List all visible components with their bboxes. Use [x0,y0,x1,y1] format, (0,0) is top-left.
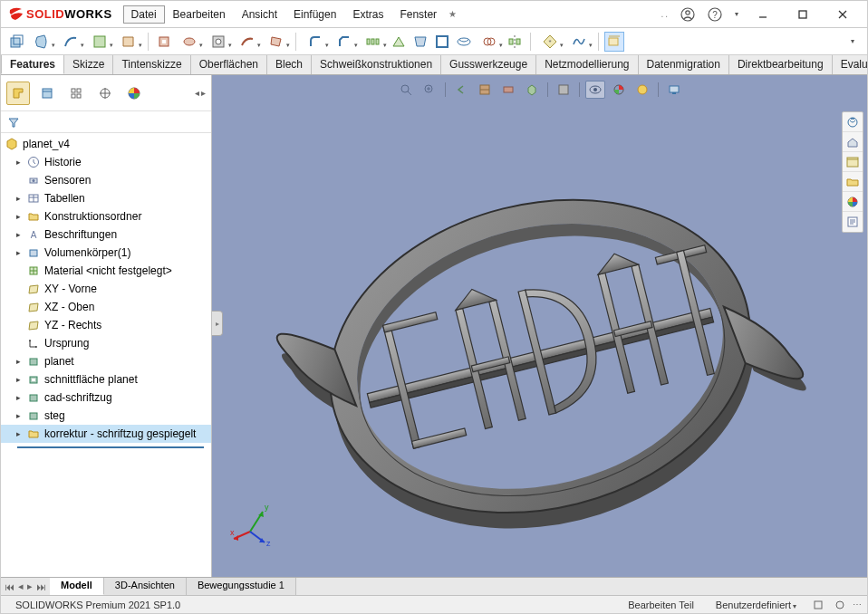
bottom-tab-3dansichten[interactable]: 3D-Ansichten [104,578,187,595]
reference-geometry-icon[interactable]: *▾ [536,32,564,52]
tree-plane-xz[interactable]: ▸XZ - Oben [1,298,211,316]
sweep-boss-icon[interactable]: ▾ [57,32,84,52]
taskpane-fileexplorer-icon[interactable] [843,152,863,172]
mirror-icon[interactable] [505,32,525,52]
taskpane-viewpalette-icon[interactable] [843,172,863,192]
tree-feature-steg[interactable]: ▸steg [1,407,211,425]
view-triad[interactable]: x y z [228,495,283,550]
bottom-tab-bewegungsstudie[interactable]: Bewegungsstudie 1 [187,578,296,595]
menu-window[interactable]: Fenster [391,5,445,24]
tab-schweiss[interactable]: Schweißkonstruktionen [312,55,441,74]
hide-show-icon[interactable] [585,81,605,99]
tab-datenmigration[interactable]: Datenmigration [639,55,729,74]
tree-beschriftungen[interactable]: ▸ABeschriftungen [1,225,211,244]
previous-view-icon[interactable] [451,81,471,99]
panel-tab-configurationmanager-icon[interactable] [64,82,88,105]
tab-nav-first-icon[interactable]: ⏮ [5,581,14,592]
bottom-tab-modell[interactable]: Modell [50,578,104,595]
panel-nav-right-icon[interactable]: ▸ [201,88,206,98]
tab-blech[interactable]: Blech [267,55,312,74]
tree-feature-schnittflaeche[interactable]: ▸schnittfläche planet [1,370,211,389]
viewport-3d[interactable]: ▸ [212,75,867,595]
taskpane-designlib-icon[interactable] [843,132,863,152]
extrude-boss-icon[interactable] [6,32,26,52]
tree-konstruktionsordner[interactable]: ▸Konstruktionsordner [1,207,211,225]
extrude-cut-icon[interactable] [154,32,174,52]
tree-ursprung[interactable]: ▸Ursprung [1,334,211,352]
panel-tab-dimxpert-icon[interactable] [93,82,117,105]
tab-nav-next-icon[interactable]: ▸ [27,580,33,592]
tab-netzmodellierung[interactable]: Netzmodellierung [536,55,638,74]
tab-evaluieren[interactable]: Evaluieren [833,55,868,74]
curves-icon[interactable]: ▾ [565,32,593,52]
zoom-area-icon[interactable] [420,81,439,99]
tree-feature-cadschriftzug[interactable]: ▸cad-schriftzug [1,389,211,407]
menu-insert[interactable]: Einfügen [285,5,344,24]
boundary-boss-icon[interactable]: ▾ [115,32,142,52]
linear-pattern-icon[interactable]: ▾ [360,32,387,52]
wrap-icon[interactable] [454,32,474,52]
display-style-icon[interactable] [554,81,574,99]
section-view-icon[interactable] [475,81,495,99]
tab-tintenskizze[interactable]: Tintenskizze [113,55,190,74]
taskpane-customprops-icon[interactable] [843,212,863,232]
instant3d-icon[interactable] [604,32,624,52]
close-button[interactable] [827,5,858,24]
menu-extras[interactable]: Extras [344,5,391,24]
menu-view[interactable]: Ansicht [234,5,285,24]
user-icon[interactable] [679,5,697,24]
menu-overflow-icon[interactable]: ★ [448,9,457,19]
tree-root[interactable]: planet_v4 [1,135,211,153]
edit-appearance-icon[interactable] [609,81,629,99]
fillet-icon[interactable]: ▾ [302,32,329,52]
panel-tab-display-icon[interactable] [122,82,146,105]
menu-edit[interactable]: Bearbeiten [165,5,234,24]
tab-features[interactable]: Features [1,55,64,74]
tab-gusswerkzeuge[interactable]: Gusswerkzeuge [441,55,536,74]
view-settings-icon[interactable] [664,81,684,99]
status-icon-2[interactable] [831,596,849,614]
loft-cut-icon[interactable]: ▾ [263,32,290,52]
tab-nav-prev-icon[interactable]: ◂ [18,580,24,592]
filter-icon[interactable] [6,115,21,130]
status-icon-1[interactable] [809,596,827,614]
sweep-cut-icon[interactable]: ▾ [234,32,261,52]
help-icon[interactable]: ? [706,5,724,24]
view-orientation-icon[interactable] [522,81,542,99]
revolve-cut-icon[interactable]: ▾ [176,32,203,52]
tree-plane-xy[interactable]: ▸XY - Vorne [1,280,211,298]
rollback-bar[interactable] [17,446,204,448]
toolbar-expand-icon[interactable]: ▾ [842,32,862,52]
status-overflow-icon[interactable]: ⋯ [853,600,862,609]
tab-oberflaechen[interactable]: Oberflächen [191,55,267,74]
tree-plane-yz[interactable]: ▸YZ - Rechts [1,316,211,334]
loft-boss-icon[interactable]: ▾ [86,32,113,52]
intersect-icon[interactable]: ▾ [476,32,503,52]
shell-icon[interactable] [432,32,452,52]
tab-nav-last-icon[interactable]: ⏭ [36,581,46,592]
tree-folder-korrektur[interactable]: ▸korrektur - schriftzug gespiegelt [1,425,211,443]
panel-tab-propertymanager-icon[interactable] [35,82,59,105]
tree-tabellen[interactable]: ▸Tabellen [1,189,211,207]
help-dropdown-icon[interactable]: ▾ [735,10,738,18]
revolve-boss-icon[interactable]: ▾ [28,32,55,52]
tab-direktbearbeitung[interactable]: Direktbearbeitung [729,55,833,74]
panel-nav-left-icon[interactable]: ◂ [195,88,199,98]
menu-dots-icon[interactable]: .. [661,9,670,19]
status-units[interactable]: Benutzerdefiniert▾ [707,600,805,610]
taskpane-appearances-icon[interactable] [843,192,863,212]
maximize-button[interactable] [787,5,818,24]
chamfer-icon[interactable]: ▾ [331,32,358,52]
zoom-fit-icon[interactable] [396,81,416,99]
dynamic-annotation-icon[interactable] [498,81,518,99]
tree-historie[interactable]: ▸Historie [1,153,211,171]
panel-splitter-handle[interactable]: ▸ [212,311,223,336]
tree-material[interactable]: ▸Material <nicht festgelegt> [1,262,211,280]
draft-icon[interactable] [410,32,430,52]
apply-scene-icon[interactable] [632,81,652,99]
tree-feature-planet[interactable]: ▸planet [1,352,211,370]
tab-skizze[interactable]: Skizze [64,55,113,74]
taskpane-swresources-icon[interactable] [843,112,863,132]
hole-wizard-icon[interactable]: ▾ [205,32,232,52]
menu-file[interactable]: Datei [123,5,165,24]
